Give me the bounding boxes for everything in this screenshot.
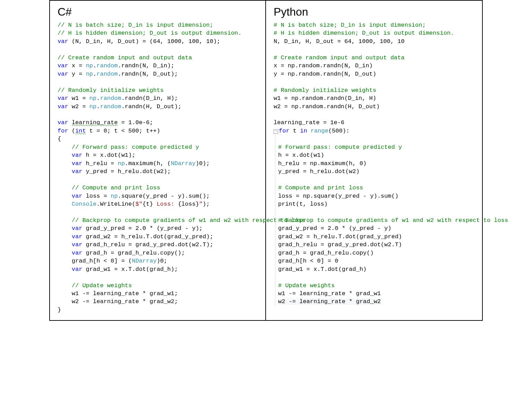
csharp-code-block: // N is batch size; D_in is input dimens… — [58, 21, 258, 314]
code-text: w1 = np.random.randn(D_in, H) — [274, 95, 376, 102]
code-comment: // N is batch size; D_in is input dimens… — [58, 22, 213, 28]
code-text: x = — [68, 62, 86, 69]
code-text: h = x.dot(w1) — [278, 152, 324, 158]
indent — [58, 168, 72, 175]
code-text: grad_h_relu = grad_y_pred.dot(w2.T); — [82, 241, 213, 248]
code-text: .randn(H, D_out); — [121, 103, 181, 110]
code-text: w1 -= learning_rate * grad_w1 — [278, 290, 381, 297]
type-np: np — [89, 95, 96, 102]
type-ndarray: NDarray — [132, 258, 156, 264]
keyword-var: var — [72, 193, 83, 199]
type-np: np — [111, 193, 118, 199]
python-code-block: # N is batch size; D_in is input dimensi… — [274, 21, 475, 306]
keyword-var: var — [72, 241, 83, 248]
code-text-cursor-line: w2 -= learning_rate * grad_w2 — [278, 298, 381, 305]
code-text — [68, 119, 72, 126]
code-text: .randn(D_in, H); — [121, 95, 178, 102]
code-comment: # Create random input and output data — [274, 54, 404, 61]
code-text: N, D_in, H, D_out = 64, 1000, 100, 10 — [274, 38, 404, 45]
code-comment: # Backprop to compute gradients of w1 an… — [278, 217, 508, 224]
csharp-pane: C# // N is batch size; D_in is input dim… — [50, 1, 266, 320]
code-comment: # Update weights — [278, 282, 335, 289]
code-comment: // Forward pass: compute predicted y — [58, 144, 199, 151]
code-text: grad_y_pred = 2.0 * (y_pred - y) — [278, 225, 391, 232]
keyword-var: var — [72, 225, 83, 232]
indent — [58, 160, 72, 167]
code-text: x = np.random.randn(N, D_in) — [274, 62, 373, 69]
code-text: grad_w2 = h_relu.T.dot(grad_y_pred) — [278, 233, 402, 240]
code-text: grad_h[h < 0] = ( — [58, 258, 132, 264]
code-text: grad_w1 = x.T.dot(grad_h) — [278, 266, 367, 273]
code-text: (500): — [328, 128, 350, 134]
code-text: grad_h[h < 0] = 0 — [278, 258, 338, 264]
code-text: . — [93, 62, 96, 69]
csharp-title: C# — [58, 6, 258, 18]
keyword-var: var — [72, 233, 83, 240]
indent — [58, 152, 72, 158]
code-text: grad_h_relu = grad_y_pred.dot(w2.T) — [278, 241, 402, 248]
interp: {loss} — [178, 201, 199, 207]
code-text: h_relu = — [82, 160, 118, 167]
code-text: )0; — [157, 258, 168, 264]
code-text: y = np.random.randn(N, D_out) — [274, 71, 376, 77]
keyword-var: var — [72, 168, 83, 175]
code-text: w1 = — [68, 95, 89, 102]
keyword-var: var — [58, 71, 68, 77]
code-text: print(t, loss) — [278, 201, 328, 207]
python-title: Python — [274, 6, 475, 18]
code-text: )0); — [196, 160, 210, 167]
code-text: y = — [68, 71, 86, 77]
code-text: (N, D_in, H, D_out) = (64, 1000, 100, 10… — [68, 38, 221, 45]
builtin-range: range — [311, 128, 328, 134]
indent — [58, 250, 72, 256]
squiggle-text: learning_rate — [72, 119, 118, 126]
code-comment: // Randomly initialize weights — [58, 87, 164, 94]
keyword-var: var — [72, 160, 83, 167]
code-comment: # Forward pass: compute predicted y — [278, 144, 402, 151]
keyword-var: var — [72, 266, 83, 273]
keyword-var: var — [58, 103, 68, 110]
code-text: y_pred = h_relu.dot(w2) — [278, 168, 360, 175]
indent — [58, 233, 72, 240]
python-pane: Python # N is batch size; D_in is input … — [266, 1, 482, 320]
type-random: random — [96, 71, 118, 77]
indent — [58, 241, 72, 248]
code-text: . — [96, 103, 100, 110]
code-text: grad_h = grad_h_relu.copy(); — [82, 250, 185, 256]
keyword-for: for — [279, 128, 290, 134]
type-np: np — [89, 103, 96, 110]
code-text: grad_w1 = x.T.dot(grad_h); — [82, 266, 178, 273]
indent — [58, 266, 72, 273]
indent — [58, 193, 72, 199]
brace-open: { — [58, 136, 61, 142]
code-text — [307, 128, 311, 134]
type-np: np — [118, 160, 125, 167]
code-text: w2 = np.random.randn(H, D_out) — [274, 103, 380, 110]
code-comment: # Compute and print loss — [278, 185, 363, 191]
code-comment: # Randomly initialize weights — [274, 87, 376, 94]
fold-minus-icon[interactable]: − — [274, 129, 278, 134]
code-text: t — [290, 128, 300, 134]
code-text: w2 -= learning_rate * grad_w2; — [58, 298, 178, 305]
keyword-var: var — [58, 62, 68, 69]
string-mid: Loss: — [153, 201, 178, 207]
code-text: loss = np.square(y_pred - y).sum() — [278, 193, 398, 199]
code-text: loss = — [82, 193, 111, 199]
code-comment: // Update weights — [58, 282, 132, 289]
brace-close: } — [58, 307, 61, 313]
interp: {t} — [143, 201, 153, 207]
keyword-for: for — [58, 128, 68, 134]
type-console: Console — [72, 201, 96, 207]
code-comment: // Create random input and output data — [58, 54, 192, 61]
string-close: " — [199, 201, 203, 207]
code-text: .WriteLine( — [96, 201, 135, 207]
code-text: grad_y_pred = 2.0 * (y_pred - y); — [82, 225, 203, 232]
code-text: grad_w2 = h_relu.T.dot(grad_y_pred); — [82, 233, 213, 240]
indent — [58, 201, 72, 207]
code-text: ); — [203, 201, 209, 207]
type-np: np — [86, 71, 93, 77]
type-random: random — [96, 62, 118, 69]
type-random: random — [100, 95, 121, 102]
keyword-var: var — [72, 250, 83, 256]
type-random: random — [100, 103, 121, 110]
